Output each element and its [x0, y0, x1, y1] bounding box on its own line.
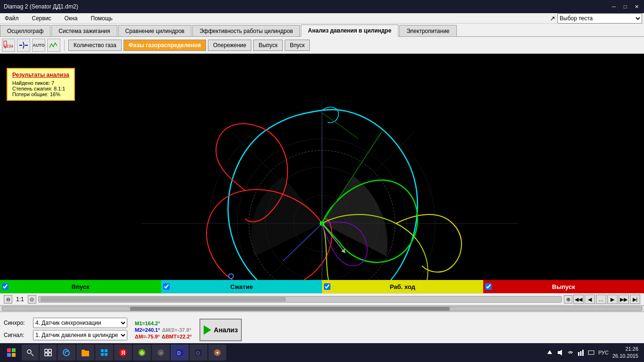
svg-rect-58	[588, 351, 594, 354]
test-selector-area: ↗ Выбор теста	[550, 13, 642, 24]
up-arrow-icon	[546, 349, 553, 356]
toolbar-icon-measure[interactable]	[47, 39, 60, 52]
tab-bar: Осциллограф Система зажигания Сравнение …	[0, 24, 644, 37]
phase-intake-label: Впуск	[72, 283, 90, 290]
svg-text:☠: ☠	[159, 350, 163, 355]
taskbar-app3[interactable]: ⬡	[190, 345, 207, 361]
signal-label-text: Сигнал:	[4, 332, 30, 338]
toolbar-icon-auto[interactable]: AUTO	[32, 39, 45, 52]
phase-compression: Сжатие	[161, 280, 322, 293]
toolbar: 1234 AUTO Количество газа Фазы газораспр…	[0, 37, 644, 54]
nav-next[interactable]: ▶	[607, 295, 618, 304]
phase-exhaust-checkbox[interactable]	[485, 283, 492, 290]
nav-next-track[interactable]: ▶▶	[619, 295, 629, 304]
maximize-button[interactable]: □	[621, 3, 629, 10]
tab-pressure[interactable]: Анализ давления в цилиндре	[301, 25, 398, 37]
phase-compression-checkbox[interactable]	[163, 283, 170, 290]
svg-rect-38	[101, 353, 104, 356]
taskbar-time-area: 21:26 26.10.2015	[612, 346, 638, 360]
bottom-zoom-bar: ⊖ 1:1 ⊙ ⊕ ◀◀ ◀ … ▶ ▶▶ ▶|	[0, 293, 644, 305]
play-icon	[204, 325, 211, 335]
minimize-button[interactable]: ─	[610, 3, 618, 10]
top-scrollbar	[0, 305, 644, 312]
title-bar: Diamag 2 (Senator ДД1.dm2) ─ □ ✕	[0, 0, 644, 13]
taskbar-app1[interactable]: ✿	[133, 345, 151, 361]
taskbar-app2[interactable]: ☠	[152, 345, 170, 361]
menu-service[interactable]: Сервис	[29, 14, 54, 23]
meas-dm-half: ΔM/2=-37.9°	[162, 327, 191, 333]
analyze-button[interactable]: Анализ	[199, 319, 242, 341]
btn-intake[interactable]: Впуск	[285, 40, 310, 51]
scrollbar-track[interactable]	[2, 306, 642, 311]
analysis-results-box: Результаты анализа Найдено пиков: 7 Степ…	[7, 68, 75, 101]
menu-windows[interactable]: Окна	[62, 14, 81, 23]
taskbar-diamag[interactable]: D	[171, 345, 189, 361]
tab-cylinders-compare[interactable]: Сравнение цилиндров	[118, 25, 192, 36]
zoom-out-button[interactable]: ⊖	[4, 295, 12, 304]
tab-oscillograph[interactable]: Осциллограф	[0, 25, 50, 36]
btn-gas-phases[interactable]: Фазы газораспределения	[124, 40, 206, 51]
svg-rect-32	[49, 349, 51, 352]
btn-exhaust[interactable]: Выпуск	[253, 40, 282, 51]
test-selector[interactable]: Выбор теста	[557, 13, 642, 24]
svg-rect-57	[582, 350, 584, 356]
svg-text:Я: Я	[121, 350, 125, 356]
taskbar-taskview[interactable]	[40, 345, 57, 361]
scroll-thumb	[41, 297, 286, 302]
taskbar-yandex[interactable]: Я	[114, 345, 132, 361]
svg-text:⬡: ⬡	[196, 351, 200, 355]
sync-label: Синхро:	[4, 320, 30, 326]
signal-select[interactable]: 1. Датчик давления в цилиндре	[33, 330, 127, 340]
signal-area: Синхро: 4. Датчик синхронизации Сигнал: …	[0, 312, 644, 348]
start-button[interactable]	[2, 344, 21, 361]
svg-rect-26	[12, 348, 16, 352]
auto-label: AUTO	[33, 43, 44, 48]
zoom-fit-button[interactable]: ⊙	[28, 295, 36, 304]
tab-efficiency[interactable]: Эффективность работы цилиндров	[192, 25, 300, 36]
nav-prev[interactable]: ◀	[585, 295, 595, 304]
nav-end[interactable]: ▶|	[630, 295, 640, 304]
language-label: РУС	[598, 350, 609, 355]
close-button[interactable]: ✕	[633, 3, 640, 10]
meas-dbmt: ΔВМТ=22.2°	[162, 334, 192, 339]
zoom-in-button[interactable]: ⊕	[564, 295, 572, 304]
meas-m2-row: M2=240.1° ΔM/2=-37.9°	[135, 327, 192, 333]
sync-row: Синхро: 4. Датчик синхронизации	[4, 318, 127, 328]
taskbar: Я ✿ ☠ D ⬡ ✦ РУС 21:26 26.10.2015	[0, 343, 644, 362]
toolbar-separator	[64, 40, 65, 51]
svg-rect-25	[7, 348, 11, 352]
phase-bar: Впуск Сжатие Раб. ход Выпуск	[0, 280, 644, 293]
toolbar-icon-sync[interactable]	[17, 39, 30, 52]
taskbar-store[interactable]	[95, 345, 113, 361]
taskbar-edge[interactable]	[58, 345, 75, 361]
taskbar-search[interactable]	[22, 345, 39, 361]
menu-file[interactable]: Файл	[2, 14, 22, 23]
sync-select[interactable]: 4. Датчик синхронизации	[33, 318, 127, 328]
taskbar-file-explorer[interactable]	[76, 345, 94, 361]
menu-help[interactable]: Помощь	[88, 14, 116, 23]
meas-m2: M2=240.1°	[135, 327, 160, 333]
btn-advance[interactable]: Опережение	[208, 40, 251, 51]
svg-rect-53	[558, 351, 560, 354]
phase-exhaust: Выпуск	[483, 280, 644, 293]
svg-point-29	[27, 350, 31, 354]
scrollbar-thumb	[130, 307, 450, 311]
tab-power[interactable]: Электропитание	[399, 25, 456, 36]
tab-ignition[interactable]: Система зажигания	[51, 25, 117, 36]
phase-intake-checkbox[interactable]	[2, 283, 8, 290]
svg-text:D: D	[177, 351, 181, 356]
svg-rect-37	[105, 349, 107, 352]
svg-rect-36	[101, 349, 104, 352]
window-controls: ─ □ ✕	[610, 3, 640, 10]
taskbar-time: 21:26	[612, 346, 638, 353]
toolbar-icon-waveform[interactable]: 1234	[2, 39, 15, 52]
svg-rect-31	[45, 349, 48, 352]
phase-power-label: Раб. ход	[390, 283, 415, 290]
nav-dots[interactable]: …	[596, 295, 606, 304]
btn-gas-count[interactable]: Количество газа	[68, 40, 122, 51]
nav-prev-track[interactable]: ◀◀	[573, 295, 584, 304]
taskbar-app4[interactable]: ✦	[208, 345, 226, 361]
horizontal-scrollbar[interactable]	[38, 296, 562, 303]
phase-power-checkbox[interactable]	[324, 283, 330, 290]
svg-text:✦: ✦	[215, 350, 219, 355]
